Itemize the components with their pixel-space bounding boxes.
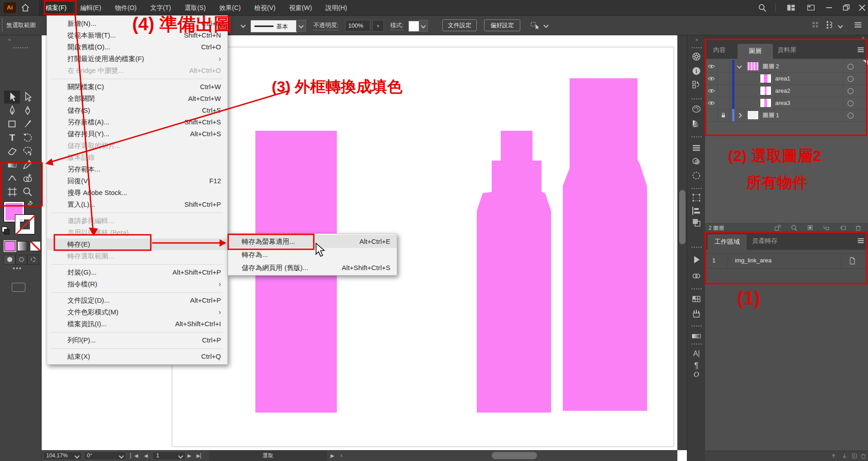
close-button[interactable] bbox=[857, 3, 867, 13]
vertical-scrollbar-thumb[interactable] bbox=[679, 190, 686, 244]
delete-artboard-icon[interactable] bbox=[860, 452, 867, 460]
status-expand-icon[interactable]: ▶ bbox=[331, 453, 334, 459]
opentype-panel-icon[interactable] bbox=[691, 369, 702, 380]
gradient-panel-icon[interactable] bbox=[691, 118, 702, 129]
color-guide-panel-icon[interactable] bbox=[691, 51, 702, 62]
dock-grip[interactable] bbox=[691, 343, 702, 345]
next-artboard-icon[interactable]: ▶ bbox=[187, 453, 191, 459]
select-similar-chevron-icon[interactable] bbox=[543, 23, 548, 28]
tab-asset-export[interactable]: 資產轉存 bbox=[752, 237, 777, 245]
layers-panel-menu-icon[interactable] bbox=[856, 45, 865, 54]
hidden-dropdown-chevron-icon[interactable] bbox=[240, 23, 245, 28]
menu-select[interactable]: 選取(S) bbox=[178, 0, 213, 15]
menu-item-save[interactable]: 儲存(S)Ctrl+S bbox=[47, 105, 227, 116]
stroke-panel-icon[interactable] bbox=[691, 143, 702, 153]
artboards-panel-menu-icon[interactable] bbox=[856, 236, 865, 245]
menu-item-search-adobe-stock[interactable]: 搜尋 Adobe Stock... bbox=[47, 187, 227, 199]
menu-item-save-as[interactable]: 另存新檔(A)...Shift+Ctrl+S bbox=[47, 116, 227, 128]
dock-grip[interactable] bbox=[691, 246, 702, 248]
layer-row-area3[interactable]: area3 bbox=[705, 97, 868, 109]
menu-item-close[interactable]: 關閉檔案(C)Ctrl+W bbox=[47, 81, 227, 93]
menu-item-open-recent[interactable]: 打開最近使用過的檔案(F)› bbox=[47, 53, 227, 65]
new-layer-icon[interactable] bbox=[839, 224, 847, 232]
tab-libraries[interactable]: 資料庫 bbox=[777, 46, 796, 54]
more-tools-ellipsis[interactable]: ••• bbox=[13, 265, 22, 272]
layer-row-layer1[interactable]: 圖層 1 bbox=[705, 109, 868, 122]
new-artboard-icon[interactable] bbox=[851, 452, 858, 460]
submenu-item-save-for-web-legacy[interactable]: 儲存為網頁用 (舊版)...Alt+Shift+Ctrl+S bbox=[228, 261, 397, 274]
artboard-nav-field[interactable]: 1 bbox=[152, 451, 186, 460]
document-setup-button[interactable]: 文件設定 bbox=[442, 19, 477, 31]
paintbrush-tool[interactable] bbox=[22, 118, 34, 130]
zoom-tool[interactable] bbox=[22, 186, 34, 198]
menu-item-save-as-template[interactable]: 另存範本... bbox=[47, 163, 227, 175]
locate-object-icon[interactable] bbox=[790, 224, 798, 232]
gradient-mode-button[interactable] bbox=[17, 241, 28, 251]
menu-help[interactable]: 說明(H) bbox=[319, 0, 354, 15]
color-panel-icon[interactable] bbox=[691, 104, 702, 114]
lock-icon[interactable] bbox=[719, 111, 727, 119]
visibility-eye-icon[interactable] bbox=[707, 87, 715, 95]
menu-item-new-from-template[interactable]: 從範本新增(T)...Shift+Ctrl+N bbox=[47, 29, 227, 41]
illustrator-logo[interactable]: Ai bbox=[4, 2, 16, 13]
menu-item-file-info[interactable]: 檔案資訊(I)...Alt+Shift+Ctrl+I bbox=[47, 318, 227, 330]
visibility-eye-icon[interactable] bbox=[707, 75, 715, 83]
prev-artboard-icon[interactable]: ◀ bbox=[144, 453, 148, 459]
dock-grip[interactable] bbox=[691, 187, 702, 190]
opacity-input[interactable]: 100% bbox=[345, 20, 370, 32]
layer-thumbnail[interactable] bbox=[747, 62, 759, 71]
menu-item-open[interactable]: 開啟舊檔(O)...Ctrl+O bbox=[47, 41, 227, 53]
layer-row-area1[interactable]: area1 bbox=[705, 72, 868, 85]
last-artboard-icon[interactable]: ▶▏ bbox=[197, 453, 204, 459]
arrange-documents-icon[interactable] bbox=[806, 3, 816, 13]
eraser-tool[interactable] bbox=[6, 145, 18, 157]
opacity-options-button[interactable]: › bbox=[372, 20, 384, 32]
search-icon[interactable] bbox=[757, 3, 767, 13]
menu-item-close-all[interactable]: 全部關閉Alt+Ctrl+W bbox=[47, 93, 227, 105]
first-artboard-icon[interactable]: ▏◀ bbox=[130, 453, 138, 459]
draw-behind-mode-button[interactable] bbox=[15, 255, 27, 265]
delete-layer-icon[interactable] bbox=[854, 224, 862, 232]
submenu-item-export-for-screens[interactable]: 轉存為螢幕適用...Alt+Ctrl+E bbox=[228, 235, 397, 248]
align-glyph-icon[interactable] bbox=[825, 20, 835, 30]
gradient-bar-panel-icon[interactable] bbox=[691, 331, 702, 342]
horizontal-scrollbar-thumb[interactable] bbox=[492, 452, 537, 459]
status-collapse-icon[interactable]: ‹ bbox=[340, 452, 342, 459]
menu-item-exit[interactable]: 結束(X)Ctrl+Q bbox=[47, 351, 227, 362]
swatches-panel-icon[interactable] bbox=[691, 294, 702, 304]
bottle-shape-right[interactable] bbox=[563, 78, 647, 411]
brushes-panel-icon[interactable] bbox=[691, 308, 702, 319]
grid-snap-icon[interactable] bbox=[810, 20, 820, 30]
menu-view[interactable]: 檢視(V) bbox=[248, 0, 283, 15]
bottle-shape-middle[interactable] bbox=[477, 131, 551, 413]
pen-tool[interactable] bbox=[6, 105, 18, 116]
workspace-switcher-icon[interactable] bbox=[786, 3, 796, 13]
layer-thumbnail[interactable] bbox=[747, 110, 759, 120]
pathfinder-panel-icon[interactable] bbox=[691, 217, 702, 228]
object-name[interactable]: area1 bbox=[775, 72, 790, 85]
actions-panel-icon[interactable] bbox=[691, 254, 702, 265]
object-thumbnail[interactable] bbox=[760, 98, 772, 108]
selection-panel-icon[interactable] bbox=[691, 170, 702, 181]
layer-row-area2[interactable]: area2 bbox=[705, 85, 868, 97]
object-thumbnail[interactable] bbox=[760, 86, 772, 95]
collapsed-chevron-icon[interactable] bbox=[737, 113, 742, 118]
draw-inside-mode-button[interactable] bbox=[27, 255, 39, 265]
object-thumbnail[interactable] bbox=[760, 74, 772, 83]
transparency-panel-icon[interactable] bbox=[691, 156, 702, 167]
type-tool[interactable] bbox=[6, 132, 18, 143]
shape-builder-tool[interactable] bbox=[22, 172, 34, 184]
minimize-button[interactable] bbox=[824, 3, 834, 13]
selection-tool[interactable] bbox=[6, 91, 18, 103]
menu-item-scripts[interactable]: 指令檔(R)› bbox=[47, 278, 227, 290]
style-label[interactable]: 樣式: bbox=[390, 21, 404, 30]
tab-layers[interactable]: 圖層 bbox=[738, 44, 773, 59]
layer-name[interactable]: 圖層 2 bbox=[762, 60, 779, 72]
vertical-scrollbar[interactable] bbox=[677, 35, 687, 450]
restore-button[interactable] bbox=[841, 3, 851, 13]
menu-file[interactable]: 檔案(F) bbox=[39, 0, 73, 15]
artboard-page-icon[interactable] bbox=[848, 257, 857, 265]
menu-item-new[interactable]: 新增(N)...Ctrl+N bbox=[47, 18, 227, 29]
dock-grip[interactable] bbox=[691, 47, 702, 49]
dock-grip[interactable] bbox=[691, 136, 702, 138]
